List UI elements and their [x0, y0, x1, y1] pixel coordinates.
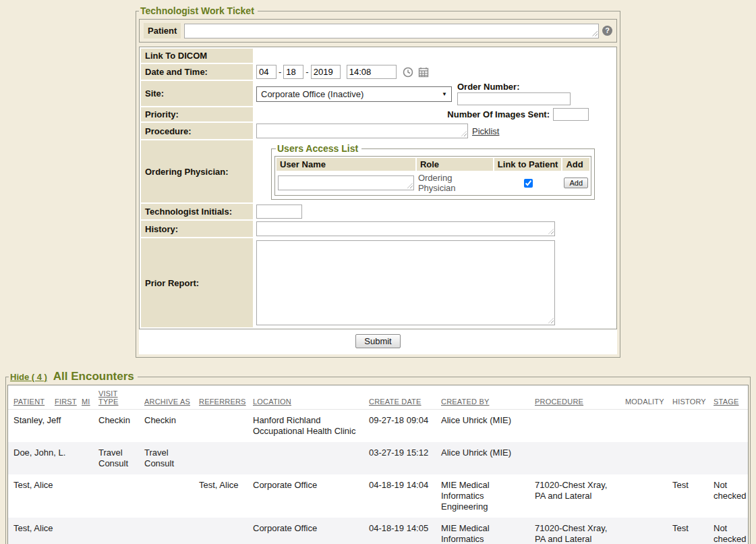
- col-user-name: User Name: [277, 158, 415, 171]
- col-referrers[interactable]: REFERRERS: [194, 385, 248, 410]
- date-month-input[interactable]: [256, 65, 277, 79]
- history-field-wrap: [256, 221, 555, 236]
- procedure-label: Procedure:: [141, 123, 253, 139]
- cell-patient: Stanley, Jeff: [8, 410, 93, 443]
- cell-archive-as: Travel Consult: [139, 442, 194, 474]
- col-stage[interactable]: STAGE: [708, 385, 748, 410]
- encounters-section: Hide ( 4 ) All Encounters PATIENT FIRST …: [0, 370, 756, 544]
- cell-history: Test: [667, 518, 708, 544]
- date-time-label: Date and Time:: [141, 64, 253, 80]
- work-ticket-section: Technologist Work Ticket Patient ? Link …: [136, 5, 620, 358]
- cell-create-date: 04-18-19 14:04: [364, 474, 436, 518]
- cell-stage: Not checked: [708, 474, 748, 518]
- users-access-entry-row: Ordering Physician Add: [277, 172, 589, 194]
- col-visit-type[interactable]: VISIT TYPE: [93, 385, 139, 410]
- prior-report-textarea[interactable]: [256, 240, 555, 325]
- site-select[interactable]: Corporate Office (Inactive) ▼: [256, 86, 452, 102]
- users-access-legend: Users Access List: [276, 143, 361, 154]
- time-input[interactable]: [347, 65, 397, 79]
- cell-location: [248, 442, 364, 474]
- cell-patient: Doe, John, L.: [8, 442, 93, 474]
- history-label: History:: [141, 221, 253, 237]
- cell-create-date: 09-27-18 09:04: [364, 410, 436, 443]
- cell-created-by: MIE Medical Informatics Engineering: [436, 518, 529, 544]
- calendar-icon[interactable]: [418, 67, 429, 78]
- submit-button[interactable]: Submit: [355, 334, 400, 348]
- order-number-input[interactable]: [457, 92, 571, 105]
- cell-referrers: Test, Alice: [194, 474, 248, 518]
- cell-stage: [708, 442, 748, 474]
- col-patient[interactable]: PATIENT: [8, 385, 49, 410]
- clock-icon[interactable]: [403, 67, 413, 78]
- cell-created-by: Alice Uhrick (MIE): [436, 442, 529, 474]
- cell-modality: [620, 518, 667, 544]
- priority-row: Priority: Number Of Images Sent:: [141, 107, 615, 121]
- date-separator: -: [306, 67, 308, 77]
- ticket-form-table: Link To DICOM Date and Time: - -: [140, 47, 616, 329]
- cell-created-by: MIE Medical Informatics Engineering: [436, 474, 529, 518]
- users-access-table: User Name Role Link to Patient Add: [274, 156, 591, 196]
- cell-create-date: 03-27-19 15:12: [364, 442, 436, 474]
- user-name-input[interactable]: [278, 175, 414, 190]
- encounter-row[interactable]: Stanley, Jeff Checkin Checkin Hanford Ri…: [8, 410, 748, 443]
- users-access-fieldset: Users Access List User Name Role Link to…: [271, 143, 595, 200]
- col-modality: MODALITY: [620, 385, 667, 410]
- encounters-legend: Hide ( 4 ) All Encounters: [9, 370, 138, 383]
- cell-procedure: [529, 442, 620, 474]
- col-location[interactable]: LOCATION: [248, 385, 364, 410]
- cell-referrers: [194, 518, 248, 544]
- images-sent-input[interactable]: [553, 108, 589, 121]
- history-input[interactable]: [256, 221, 555, 236]
- cell-location: Corporate Office: [248, 518, 364, 544]
- date-year-input[interactable]: [311, 65, 341, 79]
- link-to-dicom-row: Link To DICOM: [141, 49, 615, 63]
- col-procedure[interactable]: PROCEDURE: [529, 385, 620, 410]
- date-day-input[interactable]: [283, 65, 303, 79]
- work-ticket-fieldset: Technologist Work Ticket Patient ? Link …: [136, 5, 620, 358]
- priority-label: Priority:: [141, 107, 253, 121]
- col-created-by[interactable]: CREATED BY: [436, 385, 529, 410]
- cell-archive-as: [139, 474, 194, 518]
- encounters-table-container: PATIENT FIRST MI VISIT TYPE ARCHIVE AS R…: [7, 385, 749, 544]
- procedure-row: Procedure: Picklist: [141, 123, 615, 139]
- prior-report-row: Prior Report:: [141, 238, 615, 327]
- help-icon[interactable]: ?: [602, 26, 612, 36]
- patient-row: Patient ?: [139, 19, 617, 43]
- cell-history: [667, 410, 708, 443]
- cell-modality: [620, 410, 667, 443]
- user-name-field-wrap: [278, 175, 414, 190]
- cell-location: Corporate Office: [248, 474, 364, 518]
- cell-history: [667, 442, 708, 474]
- tech-initials-row: Technologist Initials:: [141, 204, 615, 219]
- link-to-dicom-field: [254, 49, 615, 63]
- col-link-to-patient: Link to Patient: [494, 158, 562, 171]
- cell-referrers: [194, 410, 248, 443]
- link-to-patient-checkbox[interactable]: [524, 179, 533, 188]
- cell-referrers: [194, 442, 248, 474]
- cell-modality: [620, 474, 667, 518]
- encounter-row[interactable]: Test, Alice Corporate Office 04-18-19 14…: [8, 518, 748, 544]
- date-separator: -: [279, 67, 281, 77]
- encounter-row[interactable]: Doe, John, L. Travel Consult Travel Cons…: [8, 442, 748, 474]
- submit-row: Submit: [139, 329, 617, 354]
- procedure-input[interactable]: [256, 124, 468, 138]
- cell-procedure: 71020-Chest Xray, PA and Lateral: [529, 474, 620, 518]
- patient-field-wrap: [184, 24, 599, 38]
- tech-initials-input[interactable]: [256, 205, 302, 219]
- col-create-date[interactable]: CREATE DATE: [364, 385, 436, 410]
- col-first[interactable]: FIRST: [49, 385, 76, 410]
- cell-visit-type: [93, 518, 139, 544]
- cell-modality: [620, 442, 667, 474]
- cell-archive-as: [139, 518, 194, 544]
- patient-input[interactable]: [184, 24, 599, 38]
- encounters-table: PATIENT FIRST MI VISIT TYPE ARCHIVE AS R…: [8, 385, 748, 544]
- hide-encounters-link[interactable]: Hide ( 4 ): [10, 372, 47, 382]
- cell-procedure: [529, 410, 620, 443]
- col-mi[interactable]: MI: [76, 385, 93, 410]
- picklist-link[interactable]: Picklist: [472, 126, 499, 136]
- encounter-row[interactable]: Test, Alice Test, Alice Corporate Office…: [8, 474, 748, 518]
- col-archive-as[interactable]: ARCHIVE AS: [139, 385, 194, 410]
- encounters-fieldset: Hide ( 4 ) All Encounters PATIENT FIRST …: [5, 370, 751, 544]
- add-user-button[interactable]: Add: [564, 178, 588, 188]
- site-selected-option: Corporate Office (Inactive): [261, 89, 364, 99]
